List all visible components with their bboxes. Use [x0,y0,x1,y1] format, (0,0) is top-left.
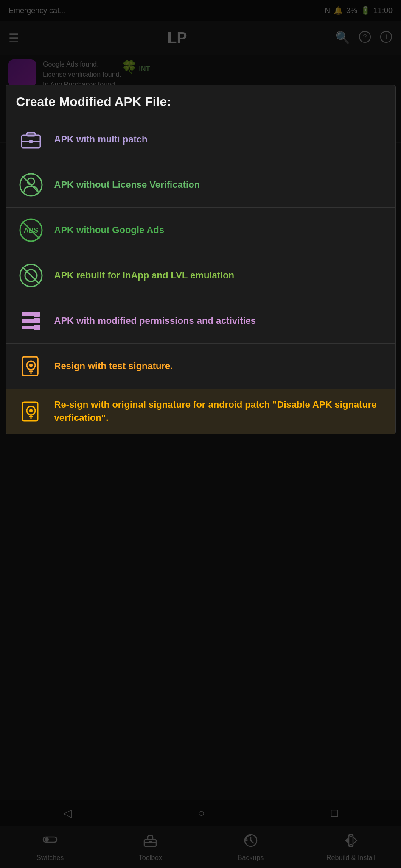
multi-patch-label: APK with multi patch [54,133,148,146]
modal-item-permissions[interactable]: APK with modified permissions and activi… [6,298,395,344]
resign-test-label: Resign with test signature. [54,360,173,373]
modal-item-no-ads[interactable]: ABS APK without Google Ads [6,208,395,253]
inapp-lvl-icon [16,261,46,290]
no-ads-icon: ABS [16,215,46,245]
svg-rect-22 [34,325,40,330]
modal-overlay[interactable]: Create Modified APK File: APK with multi… [0,0,401,868]
modal-item-resign-orig[interactable]: Re-sign with original signature for andr… [6,389,395,434]
modal-item-multi-patch[interactable]: APK with multi patch [6,117,395,162]
create-apk-modal: Create Modified APK File: APK with multi… [6,85,396,434]
modal-item-inapp-lvl[interactable]: APK rebuilt for InApp and LVL emulation [6,253,395,298]
no-license-icon [16,170,46,200]
modal-item-resign-test[interactable]: Resign with test signature. [6,344,395,389]
inapp-lvl-label: APK rebuilt for InApp and LVL emulation [54,269,235,282]
resign-test-icon [16,351,46,381]
modal-item-no-license[interactable]: APK without License Verification [6,162,395,208]
svg-line-10 [22,176,39,193]
modal-title: Create Modified APK File: [6,85,395,117]
briefcase-icon [16,125,46,154]
resign-orig-label: Re-sign with original signature for andr… [54,398,385,425]
svg-point-26 [29,364,33,367]
no-license-label: APK without License Verification [54,178,200,192]
svg-rect-7 [29,140,33,143]
svg-rect-21 [34,318,40,323]
svg-rect-20 [34,312,40,317]
permissions-icon [16,306,46,336]
no-ads-label: APK without Google Ads [54,224,165,237]
permissions-label: APK with modified permissions and activi… [54,314,256,328]
resign-orig-icon [16,397,46,426]
svg-point-9 [28,178,34,185]
svg-point-31 [29,409,33,412]
svg-rect-5 [27,133,35,136]
